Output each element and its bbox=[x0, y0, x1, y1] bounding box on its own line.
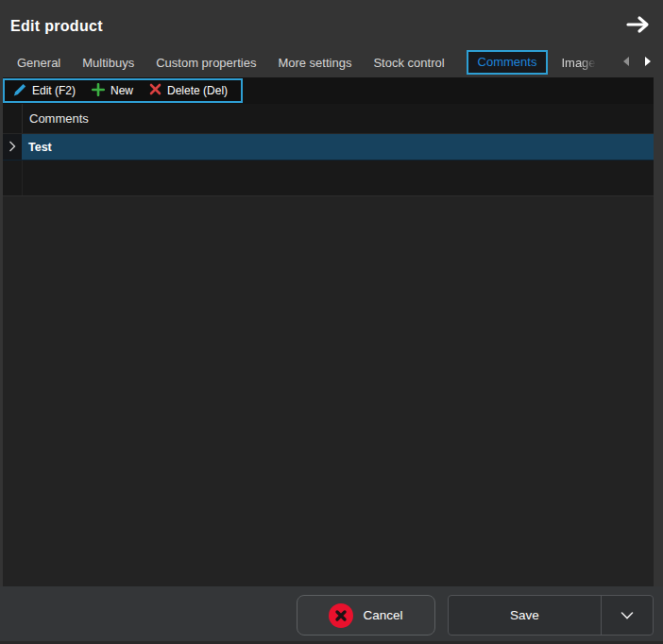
tab-comments[interactable]: Comments bbox=[467, 50, 549, 75]
cancel-x-circle-icon bbox=[329, 603, 353, 628]
chevron-right-icon bbox=[644, 56, 653, 70]
arrow-right-icon bbox=[625, 15, 651, 37]
save-split-button: Save bbox=[448, 595, 654, 636]
save-button[interactable]: Save bbox=[449, 596, 601, 635]
comments-table-header: Comments bbox=[3, 104, 654, 134]
comment-cell-value: Test bbox=[22, 141, 52, 154]
content-empty-panel bbox=[3, 195, 654, 586]
row-indicator-column-header bbox=[3, 104, 23, 133]
edit-button[interactable]: Edit (F2) bbox=[13, 83, 76, 99]
tab-more-settings[interactable]: More settings bbox=[278, 56, 351, 70]
delete-button[interactable]: Delete (Del) bbox=[149, 83, 228, 98]
indicator-column-divider bbox=[22, 161, 23, 195]
comments-column-header[interactable]: Comments bbox=[23, 111, 89, 126]
comment-row-test[interactable]: Test bbox=[3, 134, 654, 161]
tab-custom-properties[interactable]: Custom properties bbox=[156, 56, 256, 70]
tab-stock-control[interactable]: Stock control bbox=[373, 56, 444, 70]
row-expand-chevron-icon bbox=[8, 139, 16, 156]
tab-scroll-right-button[interactable] bbox=[642, 56, 654, 69]
chevron-left-icon bbox=[621, 56, 630, 70]
tab-general[interactable]: General bbox=[17, 56, 60, 70]
dialog-header: Edit product bbox=[0, 0, 663, 47]
cancel-button-label: Cancel bbox=[363, 608, 402, 622]
tab-scroll-left-button[interactable] bbox=[620, 56, 631, 69]
toolbar-focus-box: Edit (F2) New Delete (Del) bbox=[3, 78, 243, 103]
plus-icon bbox=[92, 83, 105, 99]
row-indicator-cell bbox=[3, 134, 22, 160]
tab-content-comments: Edit (F2) New Delete (Del) bbox=[3, 77, 654, 586]
comments-table-empty-area bbox=[3, 161, 654, 195]
tab-image[interactable]: Image bbox=[561, 56, 595, 70]
delete-button-label: Delete (Del) bbox=[167, 84, 228, 97]
pencil-icon bbox=[13, 83, 26, 99]
comments-toolbar: Edit (F2) New Delete (Del) bbox=[3, 77, 654, 104]
forward-arrow-button[interactable] bbox=[623, 15, 652, 36]
dialog-footer: Cancel Save bbox=[0, 586, 663, 644]
save-options-dropdown-button[interactable] bbox=[601, 596, 653, 635]
edit-button-label: Edit (F2) bbox=[32, 84, 76, 97]
tab-multibuys[interactable]: Multibuys bbox=[82, 56, 134, 70]
page-title: Edit product bbox=[10, 18, 103, 35]
new-button-label: New bbox=[110, 84, 133, 97]
chevron-down-icon bbox=[620, 608, 634, 622]
x-icon bbox=[149, 83, 162, 98]
tab-scrollers bbox=[620, 56, 663, 69]
cancel-button[interactable]: Cancel bbox=[297, 595, 435, 636]
tab-bar: General Multibuys Custom properties More… bbox=[0, 47, 663, 77]
new-button[interactable]: New bbox=[92, 83, 133, 99]
